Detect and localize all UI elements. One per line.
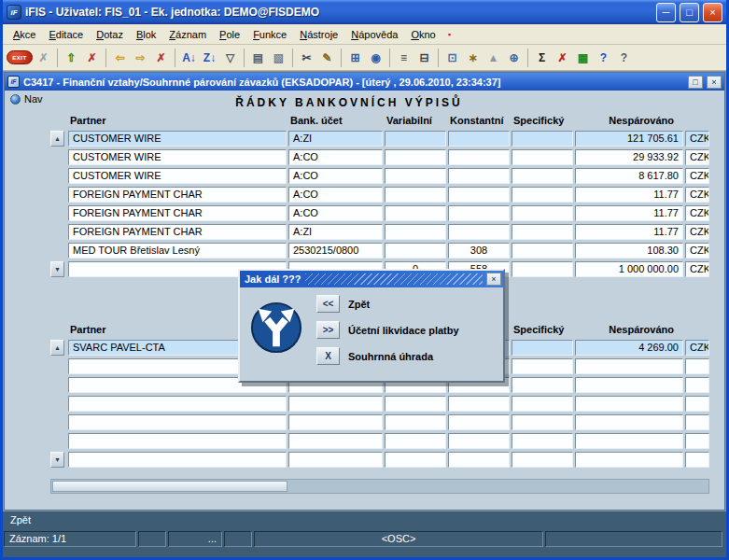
toolbar-cancel-query-icon[interactable]: ✗ — [553, 48, 572, 67]
toolbar-cut-icon[interactable]: ✂ — [297, 48, 316, 67]
toolbar-search-icon[interactable]: ◉ — [366, 48, 386, 67]
t1-konstantni-cell[interactable] — [448, 187, 510, 203]
t1-bank-ucet-cell[interactable]: A:CO — [288, 149, 383, 165]
toolbar-settings-icon[interactable]: ⊕ — [504, 48, 524, 67]
toolbar-exit-icon[interactable]: EXIT — [7, 50, 33, 64]
toolbar-help-icon[interactable]: ? — [594, 48, 613, 67]
toolbar-print-preview-icon[interactable]: ▧ — [269, 48, 288, 67]
toolbar-attachments-icon[interactable]: ▲ — [484, 48, 503, 67]
t1-mena-cell[interactable]: CZK — [685, 224, 709, 240]
t2-variabilni-cell[interactable] — [385, 414, 446, 430]
toolbar-copy-icon[interactable]: ⊞ — [345, 48, 365, 67]
toolbar-calendar-icon[interactable]: ⊡ — [442, 48, 462, 67]
t1-partner-cell[interactable]: FOREIGN PAYMENT CHAR — [68, 224, 287, 240]
t1-mena-cell[interactable]: CZK — [685, 168, 709, 184]
t2-specificky-cell[interactable] — [512, 414, 573, 430]
t2-mena-cell[interactable] — [685, 433, 709, 449]
t2-nesparovano-cell[interactable] — [575, 358, 683, 374]
t2-partner-cell[interactable] — [68, 433, 287, 449]
t1-bank-ucet-cell[interactable]: A:CO — [288, 205, 383, 221]
t1-partner-cell[interactable]: CUSTOMER WIRE — [68, 168, 287, 184]
back-button[interactable]: << — [316, 295, 340, 313]
menu-item-nastroje[interactable]: Nástroje — [293, 27, 344, 42]
t1-bank-ucet-cell[interactable]: A:ZI — [288, 131, 383, 147]
t1-specificky-cell[interactable] — [512, 243, 573, 259]
t1-nesparovano-cell[interactable]: 11.77 — [575, 187, 683, 203]
t1-mena-cell[interactable]: CZK — [685, 187, 709, 203]
t1-nesparovano-cell[interactable]: 11.77 — [575, 224, 683, 240]
t1-konstantni-cell[interactable] — [448, 168, 510, 184]
t2-mena-cell[interactable] — [685, 396, 709, 412]
t2-specificky-cell[interactable] — [512, 377, 573, 393]
t2-bank-ucet-cell[interactable] — [288, 433, 383, 449]
t1-partner-cell[interactable]: FOREIGN PAYMENT CHAR — [68, 187, 287, 203]
t2-variabilni-cell[interactable] — [385, 433, 446, 449]
t1-specificky-cell[interactable] — [512, 131, 573, 147]
nav-toggle[interactable]: Nav — [10, 93, 43, 105]
accounting-liquidation-button[interactable]: >> — [316, 321, 340, 339]
t2-scroll-up-button[interactable]: ▲ — [50, 340, 64, 356]
menu-item-napoveda[interactable]: Nápověda — [344, 27, 404, 42]
t1-partner-cell[interactable]: CUSTOMER WIRE — [68, 149, 287, 165]
t1-bank-ucet-cell[interactable]: A:ZI — [288, 224, 383, 240]
t1-scroll-up-button[interactable]: ▲ — [50, 131, 64, 147]
t2-nesparovano-cell[interactable] — [575, 414, 683, 430]
toolbar-clear-form-icon[interactable]: ✗ — [34, 48, 53, 67]
t2-specificky-cell[interactable] — [512, 433, 573, 449]
t1-nesparovano-cell[interactable]: 1 000 000.00 — [575, 261, 683, 277]
menu-item-zaznam[interactable]: Záznam — [162, 27, 213, 42]
t1-variabilni-cell[interactable] — [385, 224, 446, 240]
t1-scroll-down-button[interactable]: ▼ — [50, 261, 64, 277]
t2-specificky-cell[interactable] — [512, 396, 573, 412]
toolbar-context-help-icon[interactable]: ? — [614, 48, 634, 67]
toolbar-close-form-icon[interactable]: ✗ — [82, 48, 102, 67]
t2-variabilni-cell[interactable] — [385, 396, 446, 412]
t2-mena-cell[interactable]: CZK — [685, 340, 709, 356]
t1-mena-cell[interactable]: CZK — [685, 149, 709, 165]
t1-nesparovano-cell[interactable]: 29 933.92 — [575, 149, 683, 165]
t2-konstantni-cell[interactable] — [448, 396, 510, 412]
t2-mena-cell[interactable] — [685, 358, 709, 374]
t2-mena-cell[interactable] — [685, 414, 709, 430]
t1-nesparovano-cell[interactable]: 121 705.61 — [575, 131, 683, 147]
menu-item-blok[interactable]: Blok — [130, 27, 162, 42]
toolbar-filter-icon[interactable]: ▽ — [220, 48, 240, 67]
t1-nesparovano-cell[interactable]: 8 617.80 — [575, 168, 683, 184]
t2-variabilni-cell[interactable] — [385, 452, 446, 468]
summary-payment-button[interactable]: X — [316, 347, 340, 365]
t2-specificky-cell[interactable] — [512, 452, 573, 468]
toolbar-prev-set-icon[interactable]: ⇦ — [110, 48, 130, 67]
toolbar-record-list-icon[interactable]: ⊟ — [414, 48, 434, 67]
minimize-button[interactable]: ─ — [656, 3, 676, 22]
toolbar-monitor-icon[interactable]: ▦ — [573, 48, 593, 67]
t1-mena-cell[interactable]: CZK — [685, 261, 709, 277]
t2-nesparovano-cell[interactable] — [575, 396, 683, 412]
toolbar-open-form-icon[interactable]: ⇧ — [62, 48, 81, 67]
menu-item-okno[interactable]: Okno — [404, 27, 442, 42]
t1-mena-cell[interactable]: CZK — [685, 243, 709, 259]
t1-konstantni-cell[interactable] — [448, 149, 510, 165]
t2-mena-cell[interactable] — [685, 377, 709, 393]
form-restore-button[interactable]: □ — [688, 76, 703, 89]
t2-bank-ucet-cell[interactable] — [288, 396, 383, 412]
toolbar-list-of-values-icon[interactable]: ≡ — [394, 48, 414, 67]
t2-nesparovano-cell[interactable] — [575, 452, 683, 468]
t1-mena-cell[interactable]: CZK — [685, 205, 709, 221]
menu-item-funkce[interactable]: Funkce — [246, 27, 293, 42]
t1-konstantni-cell[interactable] — [448, 131, 510, 147]
t2-partner-cell[interactable] — [68, 414, 287, 430]
t1-bank-ucet-cell[interactable]: 2530215/0800 — [288, 243, 383, 259]
t1-partner-cell[interactable]: CUSTOMER WIRE — [68, 131, 287, 147]
t1-variabilni-cell[interactable] — [385, 149, 446, 165]
t2-partner-cell[interactable] — [68, 396, 287, 412]
t2-mena-cell[interactable] — [685, 452, 709, 468]
t1-bank-ucet-cell[interactable]: A:CO — [288, 168, 383, 184]
horizontal-scrollbar[interactable] — [50, 479, 709, 494]
t2-specificky-cell[interactable] — [512, 340, 573, 356]
t2-konstantni-cell[interactable] — [448, 433, 510, 449]
menu-item-dotaz[interactable]: Dotaz — [90, 27, 130, 42]
t1-variabilni-cell[interactable] — [385, 187, 446, 203]
t2-nesparovano-cell[interactable] — [575, 377, 683, 393]
restore-button[interactable]: □ — [680, 3, 699, 22]
toolbar-print-icon[interactable]: ▤ — [248, 48, 268, 67]
